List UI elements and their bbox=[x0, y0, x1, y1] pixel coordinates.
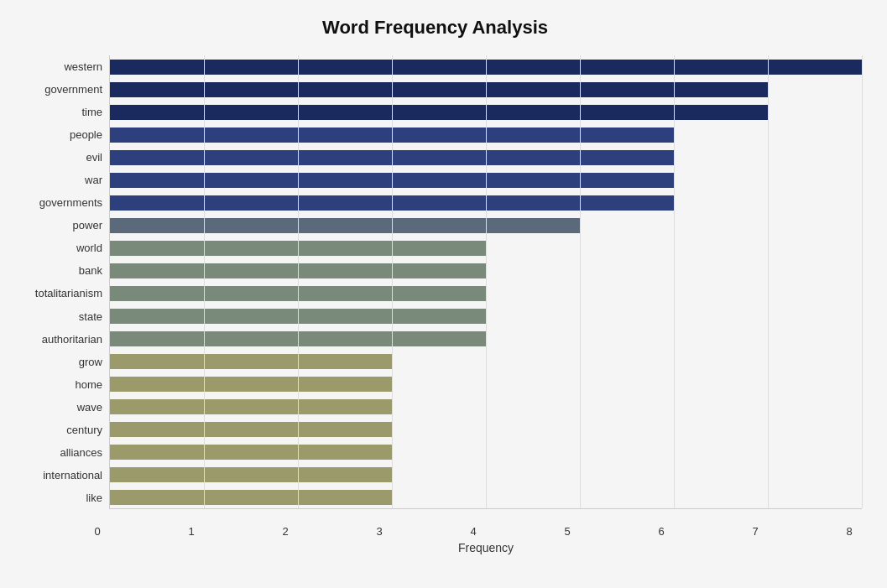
bar-row bbox=[110, 239, 862, 258]
y-label: western bbox=[64, 61, 102, 72]
y-label: war bbox=[85, 174, 102, 185]
grid-line bbox=[298, 55, 299, 508]
bar bbox=[110, 241, 486, 256]
y-label: wave bbox=[77, 402, 102, 413]
bar-row bbox=[110, 284, 862, 303]
y-label: international bbox=[43, 470, 102, 481]
bar bbox=[110, 218, 580, 233]
grid-line bbox=[862, 55, 863, 508]
grid-line bbox=[486, 55, 487, 508]
bar-row bbox=[110, 126, 862, 144]
bar bbox=[110, 354, 392, 369]
y-label: state bbox=[79, 311, 102, 322]
y-label: governments bbox=[39, 197, 102, 208]
y-label: grow bbox=[79, 356, 102, 367]
bar-row bbox=[110, 420, 862, 439]
y-label: totalitarianism bbox=[35, 288, 102, 299]
bar bbox=[110, 490, 392, 505]
bar bbox=[110, 445, 392, 460]
chart-area: westerngovernmenttimepeopleevilwargovern… bbox=[8, 55, 862, 509]
y-label: home bbox=[75, 379, 102, 390]
bar bbox=[110, 331, 486, 346]
grid-line bbox=[580, 55, 581, 508]
x-tick: 5 bbox=[555, 525, 580, 538]
grid-line bbox=[204, 55, 205, 508]
bar bbox=[110, 105, 768, 120]
bar bbox=[110, 309, 486, 324]
grid-line bbox=[674, 55, 675, 508]
bar bbox=[110, 467, 392, 482]
x-tick: 2 bbox=[273, 525, 298, 538]
bar bbox=[110, 377, 392, 392]
y-label: bank bbox=[79, 265, 102, 276]
bar bbox=[110, 150, 674, 165]
bar bbox=[110, 399, 392, 414]
bar-row bbox=[110, 148, 862, 167]
bar-row bbox=[110, 352, 862, 371]
bar bbox=[110, 286, 486, 301]
x-tick: 0 bbox=[85, 525, 110, 538]
bar-row bbox=[110, 194, 862, 212]
bar-row bbox=[110, 81, 862, 99]
x-tick: 7 bbox=[743, 525, 768, 538]
x-tick: 8 bbox=[837, 525, 862, 538]
bar-row bbox=[110, 307, 862, 325]
y-label: power bbox=[73, 220, 102, 231]
bar bbox=[110, 82, 768, 97]
bar-row bbox=[110, 216, 862, 235]
bar-row bbox=[110, 58, 862, 76]
bar-row bbox=[110, 171, 862, 190]
bar-row bbox=[110, 330, 862, 348]
bar-row bbox=[110, 103, 862, 122]
x-tick: 3 bbox=[367, 525, 392, 538]
y-label: authoritarian bbox=[42, 334, 102, 345]
bar bbox=[110, 195, 674, 211]
y-label: evil bbox=[86, 152, 102, 163]
bar-row bbox=[110, 443, 862, 461]
y-label: government bbox=[44, 84, 102, 95]
y-label: people bbox=[70, 129, 102, 140]
bar-row bbox=[110, 398, 862, 416]
y-labels: westerngovernmenttimepeopleevilwargovern… bbox=[8, 55, 109, 509]
bar bbox=[110, 263, 486, 278]
bar-row bbox=[110, 375, 862, 393]
y-label: like bbox=[86, 492, 102, 503]
bar-row bbox=[110, 488, 862, 507]
bar-row bbox=[110, 466, 862, 484]
y-label: alliances bbox=[60, 447, 102, 458]
x-tick: 4 bbox=[461, 525, 486, 538]
x-tick: 6 bbox=[649, 525, 674, 538]
bar bbox=[110, 422, 392, 437]
bar bbox=[110, 60, 862, 75]
grid-line bbox=[392, 55, 393, 508]
y-label: century bbox=[66, 424, 102, 435]
chart-container: Word Frequency Analysis westerngovernmen… bbox=[0, 0, 887, 588]
x-tick: 1 bbox=[179, 525, 204, 538]
bar bbox=[110, 173, 674, 188]
bar bbox=[110, 127, 674, 143]
y-label: world bbox=[76, 242, 102, 253]
bars-area: Frequency 012345678 bbox=[109, 55, 862, 509]
y-label: time bbox=[81, 107, 102, 117]
bar-row bbox=[110, 262, 862, 280]
x-axis-label: Frequency bbox=[458, 541, 514, 554]
chart-title: Word Frequency Analysis bbox=[8, 17, 862, 39]
grid-line bbox=[768, 55, 769, 508]
